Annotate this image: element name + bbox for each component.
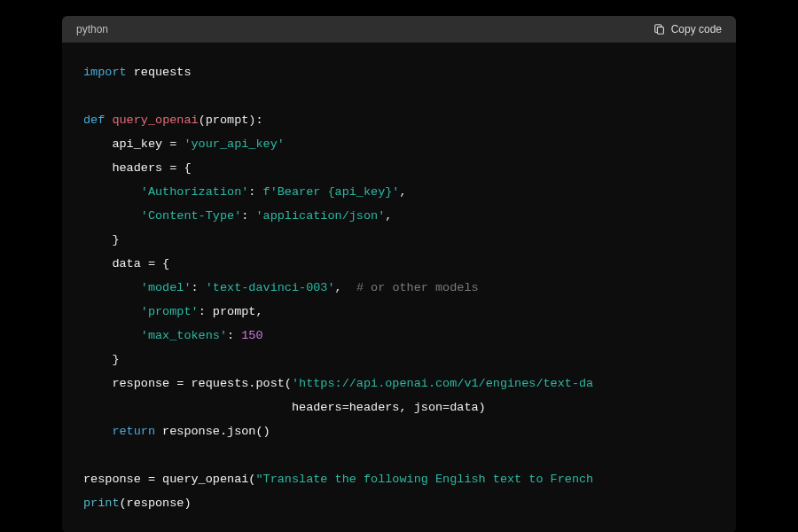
clipboard-icon (653, 23, 666, 35)
indent (83, 353, 112, 366)
colon: : (192, 281, 206, 294)
dict-key: 'max_tokens' (141, 329, 227, 342)
indent (83, 233, 112, 246)
dict-key: 'prompt' (141, 305, 199, 318)
string-literal: f'Bearer {api_key}' (263, 185, 400, 199)
brace-close: } (112, 353, 119, 366)
string-literal: 'application/json' (255, 209, 385, 223)
expr: response.json() (155, 425, 270, 438)
params: (prompt): (199, 113, 263, 127)
code-block: python Copy code import requests def que… (62, 16, 736, 532)
svg-rect-0 (657, 27, 663, 34)
indent (83, 161, 112, 175)
indent (83, 257, 112, 270)
indent (83, 305, 141, 318)
code-content: import requests def query_openai(prompt)… (62, 43, 736, 532)
comment: # or other models (356, 281, 479, 294)
builtin-print: print (83, 497, 120, 510)
var-assign: data = { (112, 257, 169, 270)
string-literal: 'your_api_key' (184, 137, 284, 151)
ident: prompt, (213, 305, 263, 318)
string-literal: 'https://api.openai.com/v1/engines/text-… (292, 377, 593, 390)
indent (83, 281, 141, 294)
var-assign: api_key = (112, 137, 184, 151)
brace-close: } (112, 233, 119, 246)
number-literal: 150 (241, 329, 262, 342)
dict-key: 'Authorization' (141, 185, 249, 199)
comma: , (385, 209, 392, 223)
dict-key: 'model' (141, 281, 192, 294)
function-name: query_openai (112, 113, 198, 127)
colon: : (199, 305, 213, 318)
string-literal: "Translate the following English text to… (255, 473, 593, 486)
language-label: python (76, 23, 108, 35)
colon: : (241, 209, 255, 223)
keyword-import: import (83, 66, 127, 79)
indent (83, 137, 112, 151)
colon: : (227, 329, 241, 342)
indent (83, 425, 112, 438)
var-assign: response = query_openai( (83, 473, 255, 486)
var-assign: headers = { (112, 161, 191, 175)
indent (83, 209, 141, 223)
indent (83, 329, 141, 342)
dict-key: 'Content-Type' (141, 209, 241, 223)
copy-code-button[interactable]: Copy code (653, 23, 722, 35)
comma: , (399, 185, 406, 199)
var-assign: response = requests.post( (112, 377, 292, 390)
colon: : (248, 185, 262, 199)
module-name: requests (134, 66, 192, 79)
copy-code-label: Copy code (671, 23, 722, 35)
indent (83, 377, 112, 390)
string-literal: 'text-davinci-003' (206, 281, 335, 294)
indent (83, 185, 141, 199)
keyword-def: def (83, 113, 105, 127)
keyword-return: return (112, 425, 155, 438)
code-header: python Copy code (62, 16, 736, 43)
call-args: (response) (120, 497, 192, 510)
kwargs: headers=headers, json=data) (292, 401, 486, 414)
comma: , (335, 281, 356, 294)
indent (83, 401, 292, 414)
